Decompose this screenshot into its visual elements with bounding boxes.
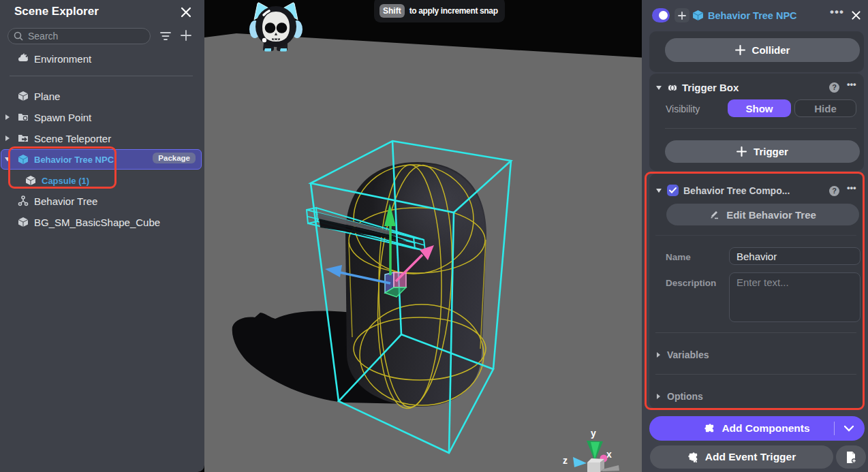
svg-text:z: z xyxy=(563,455,568,466)
svg-text:y: y xyxy=(591,428,596,439)
